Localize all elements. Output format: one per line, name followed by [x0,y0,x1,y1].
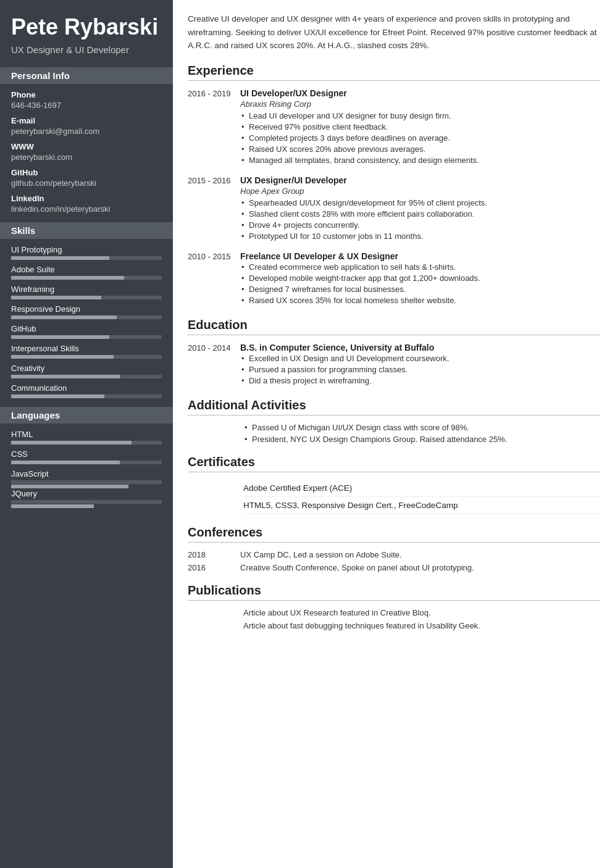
entry-date: 2016 - 2019 [188,88,240,167]
language-item: JQuery [11,489,162,504]
personal-info-header: Personal Info [0,67,173,84]
publication-item: Article about fast debugging techniques … [243,621,600,630]
skill-item: Adobe Suite [11,265,162,280]
activity-item: Passed U of Michigan UI/UX Design class … [243,423,600,432]
conferences-header: Conferences [188,525,600,543]
skill-bar-bg [11,276,162,280]
sidebar: Pete Rybarski UX Designer & UI Developer… [0,0,173,868]
skill-bar-fill [11,296,101,299]
publications-list: Article about UX Research featured in Cr… [188,608,600,630]
entry-title: UX Designer/UI Developer [240,175,600,185]
skill-item: Communication [11,383,162,398]
language-bar-bg [11,480,162,484]
email-value: peterybarski@gmail.com [11,127,162,136]
entry-date: 2015 - 2016 [188,175,240,243]
language-bar-bg [11,500,162,504]
entry-title: UI Developer/UX Designer [240,88,600,98]
skill-bar-fill [11,315,117,319]
bullet-item: Developed mobile weight-tracker app that… [240,273,600,283]
conference-row: 2018UX Camp DC, Led a session on Adobe S… [188,550,600,559]
conference-text: Creative South Conference, Spoke on pane… [240,563,474,572]
conference-date: 2018 [188,550,240,559]
skill-name: Adobe Suite [11,265,162,274]
bullet-item: Managed all templates, brand consistency… [240,156,600,165]
github-label: GitHub [11,168,162,177]
experience-section: Experience 2016 - 2019UI Developer/UX De… [188,64,600,307]
entry-bullets: Lead UI developer and UX designer for bu… [240,111,600,165]
activity-item: President, NYC UX Design Champions Group… [243,435,600,444]
linkedin-label: LinkedIn [11,194,162,203]
certificates-header: Certificates [188,455,600,472]
email-label: E-mail [11,116,162,125]
bullet-item: Did a thesis project in wireframing. [240,376,600,385]
language-bar-fill [11,504,94,508]
skill-bar-bg [11,375,162,378]
main-content: Creative UI developer and UX designer wi… [173,0,615,868]
entry-content: UI Developer/UX DesignerAbraxis Rising C… [240,88,600,167]
skill-name: GitHub [11,324,162,333]
skill-bar-fill [11,355,114,359]
certificate-item: HTML5, CSS3, Responsive Design Cert., Fr… [243,497,600,514]
www-value: peterybarski.com [11,152,162,162]
entry-row: 2010 - 2014B.S. in Computer Science, Uni… [188,343,600,387]
conference-date: 2016 [188,563,240,572]
skill-name: Wireframing [11,285,162,294]
experience-header: Experience [188,64,600,81]
experience-list: 2016 - 2019UI Developer/UX DesignerAbrax… [188,88,600,307]
entry-company: Hope Apex Group [240,186,600,196]
bullet-item: Raised UX scores 35% for local homeless … [240,296,600,305]
github-value: github.com/peterybarski [11,178,162,188]
skill-item: Interpersonal Skills [11,344,162,359]
entry-row: 2010 - 2015Freelance UI Developer & UX D… [188,251,600,307]
activities-header: Additional Activities [188,398,600,415]
skill-bar-bg [11,394,162,398]
bullet-item: Spearheaded UI/UX design/development for… [240,198,600,207]
education-section: Education 2010 - 2014B.S. in Computer Sc… [188,318,600,387]
skill-bar-fill [11,394,104,398]
entry-date: 2010 - 2015 [188,251,240,307]
phone-value: 646-436-1697 [11,101,162,110]
skill-name: Creativity [11,364,162,373]
candidate-name: Pete Rybarski [11,15,162,40]
bullet-item: Designed 7 wireframes for local business… [240,285,600,294]
www-label: WWW [11,142,162,151]
skill-bar-fill [11,375,120,378]
entry-row: 2016 - 2019UI Developer/UX DesignerAbrax… [188,88,600,167]
skill-bar-fill [11,276,124,280]
entry-bullets: Spearheaded UI/UX design/development for… [240,198,600,241]
summary-text: Creative UI developer and UX designer wi… [188,12,600,52]
activities-bullets: Passed U of Michigan UI/UX Design class … [243,423,600,444]
skill-bar-bg [11,296,162,299]
activities-list: Passed U of Michigan UI/UX Design class … [188,423,600,444]
language-name: HTML [11,430,162,439]
language-item: CSS [11,449,162,464]
languages-list: HTMLCSSJavaScriptJQuery [11,430,162,504]
bullet-item: Prototyped UI for 10 customer jobs in 11… [240,232,600,241]
skill-bar-bg [11,335,162,339]
certificates-list: Adobe Certified Expert (ACE)HTML5, CSS3,… [188,480,600,514]
language-bar-dark [139,477,162,480]
certificate-item: Adobe Certified Expert (ACE) [243,480,600,497]
bullet-item: Received 97% positive client feedback. [240,122,600,131]
conference-text: UX Camp DC, Led a session on Adobe Suite… [240,550,402,559]
skill-name: Responsive Design [11,304,162,314]
skill-item: Responsive Design [11,304,162,319]
skill-name: Communication [11,383,162,393]
bullet-item: Pursued a passion for programming classe… [240,365,600,374]
entry-row: 2015 - 2016UX Designer/UI DeveloperHope … [188,175,600,243]
bullet-item: Drove 4+ projects concurrently. [240,220,600,230]
language-name: CSS [11,449,162,459]
phone-label: Phone [11,90,162,99]
entry-bullets: Excelled in UX Design and UI Development… [240,354,600,385]
entry-company: Abraxis Rising Corp [240,99,600,109]
skill-bar-bg [11,355,162,359]
entry-title: Freelance UI Developer & UX Designer [240,251,600,261]
language-bar-dark [132,496,162,500]
bullet-item: Created ecommerce web application to sel… [240,262,600,272]
publications-section: Publications Article about UX Research f… [188,583,600,630]
bullet-item: Lead UI developer and UX designer for bu… [240,111,600,120]
publication-item: Article about UX Research featured in Cr… [243,608,600,617]
conferences-section: Conferences 2018UX Camp DC, Led a sessio… [188,525,600,572]
bullet-item: Raised UX scores 20% above previous aver… [240,144,600,154]
bullet-item: Completed projects 3 days before deadlin… [240,133,600,143]
